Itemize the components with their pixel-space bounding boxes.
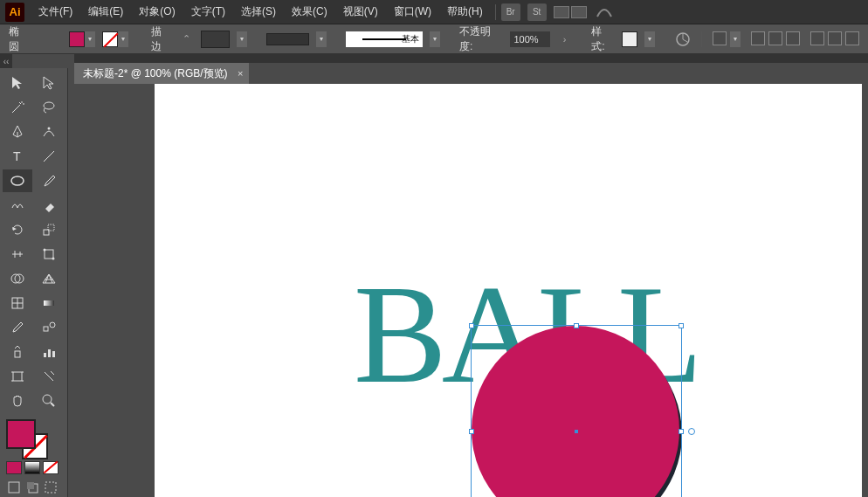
align-icon[interactable] [713,31,727,45]
svg-line-25 [51,403,54,406]
align-group: ▾ [713,31,859,47]
recolor-icon[interactable] [675,31,691,47]
svg-rect-17 [44,327,48,331]
hand-tool[interactable] [3,390,32,412]
opacity-next[interactable]: › [557,31,573,47]
rotate-tool[interactable] [3,218,32,241]
app-logo: Ai [5,3,24,22]
align-vcenter-icon[interactable] [828,31,842,45]
eyedropper-tool[interactable] [3,316,32,339]
magic-wand-tool[interactable] [3,96,32,119]
free-transform-tool[interactable] [34,243,64,266]
width-tool[interactable] [3,243,32,266]
stroke-swatch[interactable]: ▾ [102,31,128,47]
panel-collapse[interactable]: ‹‹ [0,54,12,68]
menu-type[interactable]: 文字(T) [184,1,232,23]
color-mode-solid[interactable] [6,461,22,474]
opacity-value[interactable]: 100% [510,31,549,47]
gradient-tool[interactable] [34,292,64,314]
draw-normal-icon[interactable] [6,480,22,495]
separator [701,31,702,47]
blend-tool[interactable] [34,316,64,339]
fill-stroke-indicator[interactable] [3,418,62,459]
handle-top-left[interactable] [469,323,474,328]
stock-icon[interactable]: St [527,3,547,21]
menu-effect[interactable]: 效果(C) [285,1,334,23]
svg-rect-19 [15,351,20,357]
artboard-tool[interactable] [3,365,32,388]
color-mode-none[interactable] [43,461,59,474]
style-swatch[interactable] [622,31,637,47]
direct-selection-tool[interactable] [34,72,64,94]
menu-bar: Ai 文件(F) 编辑(E) 对象(O) 文字(T) 选择(S) 效果(C) 视… [0,0,868,24]
svg-line-4 [44,151,54,162]
svg-rect-26 [9,482,19,493]
type-tool[interactable]: T [3,145,32,168]
toolbox: T [0,68,68,497]
rotation-handle[interactable] [688,428,695,435]
mesh-tool[interactable] [3,292,32,314]
shape-builder-tool[interactable] [3,267,32,290]
align-top-icon[interactable] [810,31,824,45]
document-tab[interactable]: 未标题-2* @ 100% (RGB/预览) × [74,63,249,84]
stroke-weight-input[interactable] [201,31,230,48]
curvature-tool[interactable] [34,121,64,143]
arrange-docs-icon[interactable] [554,6,587,18]
pen-tool[interactable] [3,121,32,143]
handle-top-right[interactable] [679,323,684,328]
ellipse-tool[interactable] [3,169,32,192]
selection-tool[interactable] [3,72,32,94]
color-mode-gradient[interactable] [24,461,40,474]
handle-top[interactable] [574,323,579,328]
draw-inside-icon[interactable] [43,480,59,495]
bridge-icon[interactable]: Br [501,3,520,21]
work-area[interactable]: BALL [74,84,868,497]
menu-view[interactable]: 视图(V) [336,1,385,23]
align-left-icon[interactable] [751,31,765,45]
brush-preview[interactable]: 基本 [346,31,423,47]
align-bottom-icon[interactable] [845,31,859,45]
stroke-dropdown[interactable]: ▾ [237,31,247,47]
menu-file[interactable]: 文件(F) [31,1,79,23]
gpu-icon[interactable] [596,6,613,18]
svg-text:T: T [13,149,21,163]
align-dd[interactable]: ▾ [730,31,741,47]
perspective-grid-tool[interactable] [34,267,64,290]
eraser-tool[interactable] [34,194,64,217]
style-label: 样式: [591,24,615,54]
foreground-color[interactable] [6,419,36,449]
stroke-weight-down[interactable]: ⌃ [178,31,194,47]
column-graph-tool[interactable] [34,341,64,363]
brush-dd[interactable]: ▾ [430,31,440,47]
menu-edit[interactable]: 编辑(E) [81,1,130,23]
stroke-profile-dd[interactable]: ▾ [316,31,327,47]
stroke-profile[interactable] [266,33,309,45]
handle-right[interactable] [679,429,684,434]
svg-rect-23 [13,372,22,381]
lasso-tool[interactable] [34,96,64,119]
menu-window[interactable]: 窗口(W) [387,1,438,23]
selection-center[interactable] [575,430,578,433]
svg-point-24 [43,395,52,404]
shaper-tool[interactable] [3,194,32,217]
close-tab-icon[interactable]: × [238,68,243,79]
handle-left[interactable] [469,429,474,434]
slice-tool[interactable] [34,365,64,388]
brush-label: 基本 [402,33,419,45]
style-dd[interactable]: ▾ [644,31,655,47]
scale-tool[interactable] [34,218,64,241]
menu-help[interactable]: 帮助(H) [440,1,490,23]
draw-behind-icon[interactable] [24,480,40,495]
symbol-sprayer-tool[interactable] [3,341,32,363]
fill-swatch[interactable]: ▾ [69,31,95,47]
menu-select[interactable]: 选择(S) [234,1,283,23]
control-bar: 椭圆 ▾ ▾ 描边 ⌃ ▾ ▾ 基本 ▾ 不透明度: 100% › 样式: ▾ … [0,24,868,54]
zoom-tool[interactable] [34,390,64,412]
document-title: 未标题-2* @ 100% (RGB/预览) [83,66,228,81]
paintbrush-tool[interactable] [34,169,64,192]
selection-bounding-box[interactable] [471,325,682,497]
menu-object[interactable]: 对象(O) [132,1,182,23]
align-hcenter-icon[interactable] [768,31,782,45]
align-right-icon[interactable] [786,31,800,45]
line-tool[interactable] [34,145,64,168]
